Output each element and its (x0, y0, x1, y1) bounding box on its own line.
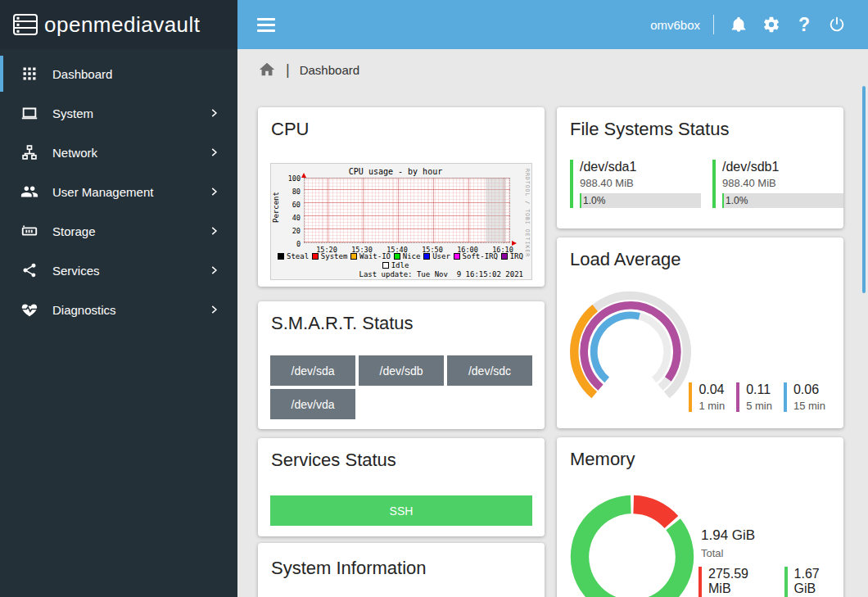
smart-device-tile: /dev/sdc (447, 355, 532, 386)
load-average-gauge (565, 285, 696, 416)
vertical-scrollbar[interactable] (862, 86, 866, 293)
card-title: Load Average (570, 249, 680, 270)
chevron-right-icon (208, 186, 219, 197)
chevron-right-icon (208, 107, 219, 119)
y-tick: 60 (273, 201, 301, 209)
notifications-button[interactable] (722, 8, 755, 41)
filesystem-device: /dev/sdb1 (722, 160, 843, 174)
heart-pulse-icon (20, 300, 39, 319)
breadcrumb: | Dashboard (258, 61, 359, 79)
card-title: File Systems Status (570, 119, 729, 140)
gear-icon (762, 16, 780, 34)
chevron-right-icon (208, 147, 219, 158)
sidebar-item-label: System (52, 106, 93, 120)
usage-percent: 1.0% (726, 195, 748, 206)
topbar-divider (713, 15, 714, 34)
sidebar-item-network[interactable]: Network (0, 133, 237, 172)
help-icon: ? (798, 14, 810, 36)
graph-unknown-band (486, 179, 506, 242)
chevron-right-icon (208, 225, 219, 237)
sidebar-item-system[interactable]: System (0, 93, 237, 133)
sidebar-item-label: Services (52, 264, 100, 278)
load-entry-1min: 0.04 1 min (689, 382, 725, 412)
app-logo[interactable]: openmediavault (0, 0, 237, 49)
rrdtool-watermark: RRDTOOL / TOBI OETIKER (524, 169, 531, 257)
graph-title: CPU usage - by hour (271, 167, 520, 176)
legend-swatch (501, 253, 508, 260)
menu-icon[interactable] (257, 15, 275, 35)
smart-device-tile: /dev/sda (270, 355, 355, 386)
usage-progressbar: 1.0% (580, 193, 701, 208)
y-tick: 0 (273, 240, 301, 248)
smart-status-card: S.M.A.R.T. Status /dev/sda /dev/sdb /dev… (258, 301, 545, 429)
sidebar-item-label: Dashboard (52, 67, 112, 81)
memory-legend: 275.59 MiB 14% 1.67 GiB 86% (698, 567, 843, 597)
usage-progressbar: 1.0% (722, 193, 843, 208)
sidebar-item-storage[interactable]: Storage (0, 211, 237, 251)
load-entry-15min: 0.06 15 min (784, 382, 825, 412)
sidebar-item-diagnostics[interactable]: Diagnostics (0, 290, 237, 329)
sidebar-item-label: Diagnostics (52, 303, 116, 317)
load-legend: 0.04 1 min 0.11 5 min 0.06 15 min (689, 382, 825, 412)
cpu-rrd-graph: CPU usage - by hour RRDTOOL / TOBI OETIK… (270, 163, 532, 280)
y-tick: 100 (273, 174, 301, 183)
memory-used-entry: 275.59 MiB 14% (698, 567, 773, 597)
card-title: CPU (271, 119, 309, 140)
help-button[interactable]: ? (788, 8, 821, 41)
y-tick: 20 (273, 227, 301, 235)
load-average-card: Load Average 0.04 1 min 0.11 5 min 0.06 … (557, 237, 843, 428)
load-entry-5min: 0.11 5 min (736, 382, 772, 412)
legend-swatch (312, 253, 319, 260)
active-indicator (0, 56, 3, 92)
legend-swatch (382, 262, 389, 269)
chevron-right-icon (208, 304, 219, 315)
settings-button[interactable] (755, 8, 788, 41)
graph-legend-row2: Idle (271, 261, 520, 269)
card-title: System Information (271, 558, 427, 579)
sidebar-item-label: Network (52, 146, 97, 160)
usage-percent: 1.0% (583, 195, 605, 206)
smart-device-tile: /dev/vda (270, 389, 355, 419)
breadcrumb-current[interactable]: Dashboard (300, 63, 359, 77)
cpu-card: CPU CPU usage - by hour RRDTOOL / TOBI O… (258, 107, 545, 287)
graph-legend-row1: Steal System Wait-IO Nice User Soft-IRQ … (278, 252, 523, 260)
legend-swatch (423, 253, 430, 260)
power-icon (828, 16, 846, 34)
bell-icon (730, 16, 748, 34)
smart-device-tile: /dev/sdb (359, 355, 444, 386)
filesystem-size: 988.40 MiB (580, 177, 704, 189)
share-icon (20, 260, 39, 280)
lan-icon (20, 142, 39, 162)
openmediavault-logo-icon (11, 12, 39, 37)
hostname-label: omv6box (650, 18, 700, 32)
legend-swatch (350, 253, 357, 260)
memory-card: Memory 1.94 GiB Total 275.59 MiB 14% 1.6… (557, 437, 843, 597)
sidebar-item-dashboard[interactable]: Dashboard (0, 54, 237, 93)
home-icon[interactable] (258, 61, 276, 79)
sidebar-item-services[interactable]: Services (0, 251, 237, 290)
services-status-card: Services Status SSH (258, 438, 545, 536)
apps-grid-icon (20, 64, 39, 84)
memory-free-entry: 1.67 GiB 86% (784, 567, 843, 597)
filesystem-item: /dev/sdb1 988.40 MiB 1.0% (712, 160, 843, 208)
legend-swatch (394, 253, 400, 260)
top-bar: omv6box ? (237, 0, 868, 49)
filesystem-device: /dev/sda1 (580, 160, 704, 174)
chevron-right-icon (208, 265, 219, 276)
memory-total: 1.94 GiB Total (701, 527, 755, 559)
legend-swatch (278, 253, 284, 260)
sidebar-item-label: Storage (52, 224, 96, 238)
sidebar-item-user-management[interactable]: User Management (0, 172, 237, 211)
card-title: Services Status (271, 450, 396, 471)
graph-plot-area (304, 178, 510, 243)
card-title: Memory (570, 449, 635, 470)
sidebar-nav: Dashboard System Network User Management… (0, 49, 237, 597)
y-tick: 40 (273, 214, 301, 222)
usage-fill (580, 193, 581, 208)
system-information-card: System Information (258, 543, 545, 597)
service-tile-ssh: SSH (270, 495, 532, 526)
power-button[interactable] (821, 8, 853, 41)
y-axis-arrow (301, 173, 306, 178)
graph-last-update: Last update: Tue Nov 9 16:15:02 2021 (359, 270, 523, 278)
laptop-icon (20, 103, 39, 123)
